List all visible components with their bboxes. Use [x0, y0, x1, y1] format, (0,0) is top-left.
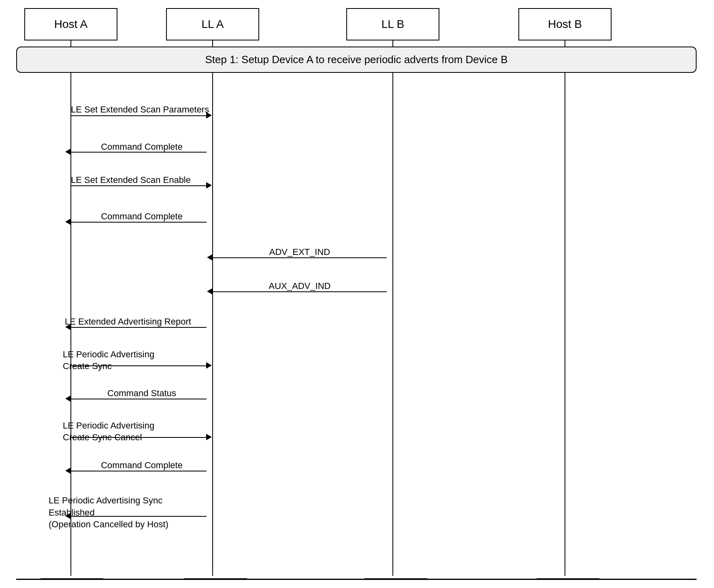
arrow-msg11 — [71, 471, 207, 471]
arrow-msg1 — [71, 115, 207, 116]
label-msg10-text: LE Periodic AdvertisingCreate Sync Cance… — [63, 420, 154, 442]
label-msg5: ADV_EXT_IND — [213, 247, 387, 257]
label-msg9: Command Status — [71, 388, 213, 399]
label-msg10: LE Periodic AdvertisingCreate Sync Cance… — [63, 420, 213, 443]
step-banner: Step 1: Setup Device A to receive period… — [16, 47, 697, 73]
actor-host-a-label: Host A — [54, 18, 87, 31]
arrow-msg4 — [71, 222, 207, 223]
actor-ll-a: LL A — [166, 8, 259, 40]
arrowhead-msg9 — [65, 395, 71, 402]
label-msg8: LE Periodic AdvertisingCreate Sync — [63, 349, 213, 372]
arrowhead-msg11 — [65, 467, 71, 474]
arrow-msg9 — [71, 399, 207, 399]
label-msg6: AUX_ADV_IND — [213, 281, 387, 291]
arrowhead-msg2 — [65, 149, 71, 155]
label-msg8-text: LE Periodic AdvertisingCreate Sync — [63, 349, 154, 371]
arrowhead-msg6 — [207, 288, 213, 295]
actor-host-b-label: Host B — [548, 18, 582, 31]
actor-ll-a-label: LL A — [201, 18, 224, 31]
label-msg3: LE Set Extended Scan Enable — [71, 175, 213, 185]
arrow-msg3 — [71, 185, 207, 186]
arrow-msg7 — [71, 327, 207, 328]
actor-host-a: Host A — [24, 8, 117, 40]
label-msg1: LE Set Extended Scan Parameters — [71, 104, 213, 115]
arrowhead-msg4 — [65, 219, 71, 225]
actor-ll-b: LL B — [346, 8, 439, 40]
label-msg2: Command Complete — [71, 142, 213, 152]
lifeline-host-b — [565, 40, 565, 576]
arrow-msg5 — [213, 257, 387, 258]
step-banner-text: Step 1: Setup Device A to receive period… — [205, 53, 507, 66]
label-msg12-text: LE Periodic Advertising SyncEstablished(… — [49, 495, 168, 529]
lifeline-ll-b — [392, 40, 393, 576]
label-msg4: Command Complete — [71, 211, 213, 222]
arrow-msg6 — [213, 291, 387, 292]
arrowhead-msg5 — [207, 254, 213, 261]
label-msg12: LE Periodic Advertising SyncEstablished(… — [49, 495, 219, 531]
bottom-line — [16, 579, 697, 580]
label-msg11: Command Complete — [71, 460, 213, 471]
sequence-diagram: Host A LL A LL B Host B Step 1: Setup De… — [0, 0, 714, 588]
label-msg7: LE Extended Advertising Report — [65, 316, 215, 327]
actor-host-b: Host B — [518, 8, 612, 40]
actor-ll-b-label: LL B — [382, 18, 405, 31]
